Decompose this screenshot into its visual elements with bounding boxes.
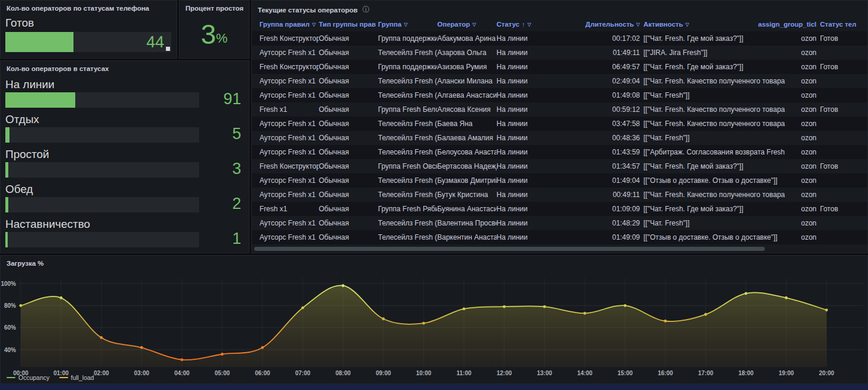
svg-text:03:00: 03:00 <box>134 370 149 376</box>
column-header-0[interactable]: Группа правил▽ <box>260 17 319 31</box>
table-cell: На линии <box>497 49 547 57</box>
table-cell: [["Чат. Fresh. Где мой заказ?"]] <box>643 162 756 170</box>
horizontal-scrollbar[interactable] <box>254 247 765 251</box>
legend-item-occupancy[interactable]: Occupancy <box>7 374 50 381</box>
phone-gauge: Готов 44 <box>5 16 171 52</box>
table-cell: Обычная <box>319 176 378 185</box>
column-header-4[interactable]: Статус↑▽ <box>497 17 547 31</box>
stat-unit: % <box>216 31 228 46</box>
table-cell: Телесейлз Fresh (до <box>378 148 437 156</box>
table-cell: Телесейлз Fresh (до <box>378 49 437 57</box>
filter-icon[interactable]: ▽ <box>312 22 316 27</box>
table-cell: 00:48:36 <box>547 134 643 142</box>
table-cell: 01:49:11 <box>547 49 643 57</box>
svg-text:17:00: 17:00 <box>698 370 713 376</box>
phone-gauge-fill <box>5 32 73 52</box>
table-cell: Азарова Ольга <box>437 49 497 57</box>
filter-icon[interactable]: ▽ <box>636 22 640 27</box>
svg-text:16:00: 16:00 <box>658 370 673 376</box>
table-cell: Варкентин Анастаси <box>437 233 497 241</box>
table-cell: ozon <box>756 49 820 57</box>
status-bar-track <box>5 197 199 212</box>
table-cell: Буянина Анастасия <box>437 205 497 213</box>
table-cell: Телесейлз Fresh (до <box>378 176 437 185</box>
column-header-8[interactable]: Статус тел <box>820 17 861 31</box>
column-header-6[interactable]: Активность▽ <box>643 17 756 31</box>
table-row: Fresh Конструктор оОбычнаяГруппа поддерж… <box>252 31 867 46</box>
legend-item-full_load[interactable]: full_load <box>59 374 94 381</box>
table-cell: ozon <box>756 77 820 85</box>
table-cell: Алански Милана <box>437 77 497 85</box>
table-header: Группа правил▽Тип группы прав▽Группа▽Опе… <box>252 17 867 31</box>
taskbar-strip <box>0 384 868 390</box>
panel-title[interactable]: Кол-во операторов по статусам телефона <box>1 1 177 12</box>
table-cell: Телесейлз Fresh (до <box>378 191 437 199</box>
load-chart-svg: 40%60%80%100%00:0001:0002:0003:0004:0005… <box>1 256 867 381</box>
table-cell: Группа Fresh Овсян <box>378 162 437 170</box>
table-cell: На линии <box>497 34 547 43</box>
column-header-1[interactable]: Тип группы прав▽ <box>319 17 378 31</box>
filter-icon[interactable]: ▽ <box>686 22 689 27</box>
table-cell: 00:49:11 <box>547 191 643 199</box>
table-cell: ozon <box>756 233 820 241</box>
table-cell: 02:49:04 <box>547 77 643 85</box>
gauge-track: 44 <box>5 32 171 52</box>
status-bar-fill <box>5 162 8 178</box>
status-bar-fill <box>5 232 8 247</box>
table-row: Fresh Конструктор оОбычнаяГруппа Fresh О… <box>252 159 867 173</box>
status-value: 91 <box>223 90 241 108</box>
table-cell: ozon <box>756 134 820 142</box>
svg-text:60%: 60% <box>4 324 16 331</box>
column-header-3[interactable]: Оператор▽ <box>437 17 497 31</box>
info-icon[interactable]: ⓘ <box>363 5 370 15</box>
table-cell: ozon <box>756 191 820 199</box>
table-cell: На линии <box>497 162 547 170</box>
svg-text:14:00: 14:00 <box>577 370 592 376</box>
svg-text:18:00: 18:00 <box>738 370 754 376</box>
column-header-5[interactable]: Длительность▽ <box>547 17 643 31</box>
column-label: Статус тел <box>820 21 856 28</box>
table-cell: Обычная <box>319 77 378 85</box>
panel-title[interactable]: Кол-во операторов в статусах <box>1 61 249 72</box>
table-cell: 01:49:04 <box>547 176 643 185</box>
svg-text:11:00: 11:00 <box>456 370 471 376</box>
table-cell: ozon <box>756 205 820 213</box>
table-row: Fresh x1ОбычнаяГруппа Fresh БеловаАлясов… <box>252 102 867 117</box>
column-label: assign_group_ticl <box>758 21 816 28</box>
panel-title[interactable]: Текущие статусы операторов <box>258 7 358 14</box>
table-cell: Обычная <box>319 191 378 199</box>
table-cell: Бузмаков Дмитрий <box>437 176 497 185</box>
table-cell: Телесейлз Fresh (до <box>378 91 437 99</box>
status-value: 2 <box>232 195 241 213</box>
column-header-2[interactable]: Группа▽ <box>378 17 437 31</box>
svg-text:100%: 100% <box>1 281 16 287</box>
table-cell: Fresh Конструктор о <box>260 63 319 71</box>
filter-icon[interactable]: ▽ <box>472 22 476 27</box>
status-label: Обед <box>5 183 241 196</box>
table-cell: 06:49:57 <box>547 63 643 71</box>
gauge-value: 44 <box>146 33 164 51</box>
table-cell: На линии <box>497 148 547 156</box>
table-cell: Группа Fresh Рябин <box>378 205 437 213</box>
column-label: Группа <box>378 21 402 28</box>
column-label: Оператор <box>437 21 470 28</box>
svg-text:10:00: 10:00 <box>416 370 431 376</box>
sort-ascending-icon[interactable]: ↑ <box>522 21 526 28</box>
table-row: Аутсорс Fresh x1ОбычнаяТелесейлз Fresh (… <box>252 88 867 102</box>
svg-text:07:00: 07:00 <box>295 370 310 376</box>
column-header-7[interactable]: assign_group_ticl <box>756 17 820 31</box>
table-cell: [["Чат. Fresh. Где мой заказ?"]] <box>643 63 756 71</box>
status-item-2: Простой3 <box>5 148 241 176</box>
table-cell: Готов <box>820 162 861 170</box>
table-cell: 01:34:57 <box>547 162 643 170</box>
table-row: Fresh Конструктор оОбычнаяГруппа поддерж… <box>252 60 867 74</box>
status-bar-track <box>5 232 199 247</box>
table-cell: ozon <box>756 34 820 43</box>
filter-icon[interactable]: ▽ <box>404 22 408 27</box>
table-cell: Бутук Кристина <box>437 191 497 199</box>
filter-icon[interactable]: ▽ <box>527 22 531 27</box>
table-cell: 00:17:02 <box>547 34 643 43</box>
panel-operator-statuses: Кол-во операторов в статусах На линии91О… <box>0 60 249 253</box>
table-cell: На линии <box>497 233 547 241</box>
panel-load-chart: Загрузка % 40%60%80%100%00:0001:0002:000… <box>0 255 868 384</box>
